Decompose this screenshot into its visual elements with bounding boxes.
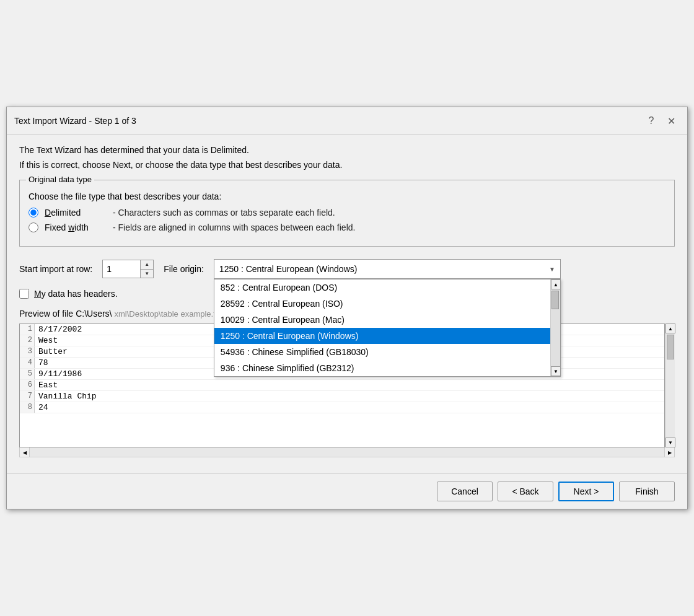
spinner-down-button[interactable]: ▼ (141, 269, 153, 278)
line-num-4: 4 (20, 358, 35, 368)
dropdown-scroll-track (551, 289, 560, 366)
line-num-6: 6 (20, 380, 35, 390)
spinner-up-button[interactable]: ▲ (141, 260, 153, 269)
headers-checkbox-label[interactable]: My data has headers. (34, 289, 118, 299)
group-content: Choose the file type that best describes… (29, 191, 665, 232)
preview-scroll-up[interactable]: ▲ (665, 323, 675, 333)
cancel-button[interactable]: Cancel (437, 482, 493, 501)
radio-fixed-desc: - Fields are aligned in columns with spa… (113, 222, 355, 232)
headers-checkbox[interactable] (19, 289, 29, 299)
radio-delimited-label[interactable]: Delimited (45, 208, 107, 218)
line-content-6: East (35, 380, 61, 390)
help-button[interactable]: ? (643, 112, 660, 130)
line-content-5: 9/11/1986 (35, 369, 86, 379)
preview-path-truncated: xml\Desktop\table example.txt. (115, 309, 224, 319)
dropdown-arrow-icon: ▼ (549, 266, 555, 273)
radio-row-delimited: Delimited - Characters such as commas or… (29, 208, 665, 218)
dropdown-scroll-down[interactable]: ▼ (551, 366, 561, 376)
radio-delimited[interactable] (29, 208, 38, 218)
line-num-7: 7 (20, 391, 35, 402)
line-num-8: 8 (20, 402, 35, 413)
back-button[interactable]: < Back (498, 482, 553, 501)
title-bar: Text Import Wizard - Step 1 of 3 ? ✕ (7, 107, 687, 135)
preview-scroll-thumb[interactable] (667, 335, 674, 359)
line-num-5: 5 (20, 369, 35, 379)
preview-hscroll-right[interactable]: ▶ (664, 447, 674, 457)
line-content-8: 24 (35, 402, 52, 413)
line-content-7: Vanilla Chip (35, 391, 100, 402)
line-content-4: 78 (35, 358, 52, 368)
radio-delimited-desc: - Characters such as commas or tabs sepa… (113, 208, 335, 218)
line-num-1: 1 (20, 324, 35, 335)
preview-line-8: 8 24 (20, 402, 664, 413)
text-import-wizard-dialog: Text Import Wizard - Step 1 of 3 ? ✕ The… (6, 107, 688, 509)
dialog-title: Text Import Wizard - Step 1 of 3 (14, 116, 136, 126)
preview-line-6: 6 East (20, 380, 664, 391)
close-button[interactable]: ✕ (662, 112, 680, 130)
preview-label: Preview of file (19, 309, 73, 319)
radio-row-fixed: Fixed width - Fields are aligned in colu… (29, 222, 665, 232)
preview-path-start: C:\Users\ (76, 309, 112, 319)
group-desc: Choose the file type that best describes… (29, 191, 665, 201)
dropdown-selected-text: 1250 : Central European (Windows) (219, 264, 358, 274)
import-settings-row: Start import at row: ▲ ▼ File origin: 12… (19, 259, 675, 279)
spinner-buttons: ▲ ▼ (140, 260, 153, 278)
dropdown-item-852[interactable]: 852 : Central European (DOS) (214, 279, 550, 296)
line-content-1: 8/17/2002 (35, 324, 86, 335)
data-type-group: Original data type Choose the file type … (19, 180, 675, 247)
title-bar-left: Text Import Wizard - Step 1 of 3 (14, 116, 136, 126)
dropdown-item-936[interactable]: 936 : Chinese Simplified (GB2312) (214, 360, 550, 376)
start-row-spinner[interactable]: ▲ ▼ (102, 260, 154, 278)
line-content-3: Butter (35, 346, 71, 357)
dropdown-scroll-up[interactable]: ▲ (551, 279, 561, 289)
preview-hscroll-track (30, 447, 664, 457)
line-content-2: West (35, 335, 61, 346)
radio-fixed[interactable] (29, 222, 38, 232)
preview-vertical-scrollbar[interactable]: ▲ ▼ (665, 323, 675, 447)
preview-horizontal-scrollbar[interactable]: ◀ ▶ (19, 447, 675, 457)
preview-hscroll-left[interactable]: ◀ (20, 447, 30, 457)
file-origin-label: File origin: (164, 264, 204, 274)
intro-line2: If this is correct, choose Next, or choo… (19, 160, 675, 170)
dropdown-item-1250[interactable]: 1250 : Central European (Windows) (214, 328, 550, 344)
dropdown-selected-value[interactable]: 1250 : Central European (Windows) ▼ (214, 259, 561, 279)
line-num-2: 2 (20, 335, 35, 346)
start-row-input[interactable] (103, 260, 140, 278)
preview-scroll-track (665, 333, 675, 438)
preview-line-7: 7 Vanilla Chip (20, 391, 664, 402)
dropdown-scrollbar[interactable]: ▲ ▼ (550, 279, 560, 376)
radio-fixed-label[interactable]: Fixed width (45, 222, 107, 232)
dialog-body: The Text Wizard has determined that your… (7, 135, 687, 473)
dropdown-item-10029[interactable]: 10029 : Central European (Mac) (214, 312, 550, 328)
finish-button[interactable]: Finish (619, 482, 675, 501)
dropdown-item-28592[interactable]: 28592 : Central European (ISO) (214, 296, 550, 312)
dialog-footer: Cancel < Back Next > Finish (7, 473, 687, 509)
dropdown-list: 852 : Central European (DOS) 28592 : Cen… (214, 279, 561, 377)
line-num-3: 3 (20, 346, 35, 357)
preview-scroll-down[interactable]: ▼ (665, 438, 675, 447)
title-bar-right: ? ✕ (643, 112, 680, 130)
next-button[interactable]: Next > (558, 482, 614, 501)
dropdown-list-inner: 852 : Central European (DOS) 28592 : Cen… (214, 279, 550, 376)
file-origin-dropdown[interactable]: 1250 : Central European (Windows) ▼ 852 … (214, 259, 561, 279)
start-row-label: Start import at row: (19, 264, 92, 274)
group-title: Original data type (26, 175, 94, 184)
intro-line1: The Text Wizard has determined that your… (19, 145, 675, 155)
dropdown-item-54936[interactable]: 54936 : Chinese Simplified (GB18030) (214, 344, 550, 360)
dropdown-scroll-thumb[interactable] (551, 291, 559, 309)
